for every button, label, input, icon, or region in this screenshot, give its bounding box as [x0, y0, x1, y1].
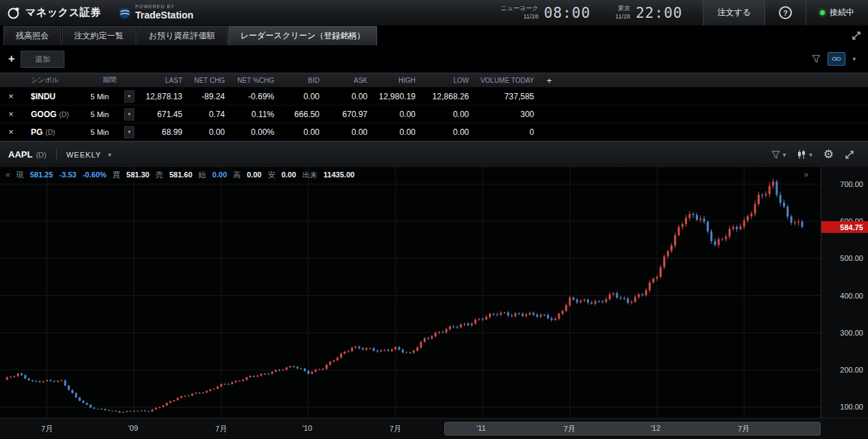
- price-axis[interactable]: 700.00600.00500.00400.00300.00200.00100.…: [821, 167, 868, 418]
- cell-volume_today: 0: [474, 127, 540, 137]
- candlestick-chart[interactable]: [0, 167, 821, 418]
- add-column-button[interactable]: +: [540, 75, 559, 86]
- clock-time: 08:00: [544, 5, 590, 21]
- column-header-net_pct_chg[interactable]: NET %CHG: [230, 77, 280, 84]
- last-price-tag: 584.75: [821, 221, 868, 233]
- cell-last: 68.99: [136, 127, 188, 137]
- link-icon: [832, 55, 841, 62]
- help-button[interactable]: ?: [779, 6, 792, 19]
- column-header-bid[interactable]: BID: [280, 77, 325, 84]
- column-header-period[interactable]: 期間: [84, 75, 136, 85]
- cell-volume_today: 737,585: [474, 92, 540, 101]
- dropdown-icon: ▾: [783, 151, 786, 158]
- link-windows-button[interactable]: [828, 52, 845, 66]
- time-axis: 7月'097月'107月'117月'127月: [0, 418, 868, 439]
- chart-scrollbar-thumb[interactable]: [444, 422, 821, 436]
- trading-app: マネックス証券 POWERED BY TradeStation ニューヨーク 1…: [0, 0, 868, 439]
- close-row-button[interactable]: ×: [8, 91, 14, 101]
- chart-symbol[interactable]: AAPL: [8, 149, 32, 160]
- symbol-cell[interactable]: GOOG(D): [22, 110, 84, 119]
- radar-toolbar: + 追加 ▾: [0, 45, 868, 73]
- quote-value: -0.60%: [82, 171, 106, 179]
- quote-label: 出来: [302, 170, 317, 180]
- order-button[interactable]: 注文する: [703, 0, 764, 25]
- add-symbol-icon[interactable]: +: [8, 53, 14, 65]
- tab-bar: 残高照会注文約定一覧お預り資産評価額レーダースクリーン（登録銘柄）: [0, 26, 868, 45]
- column-header-high[interactable]: HIGH: [373, 77, 421, 84]
- quote-label: 始: [199, 170, 206, 180]
- quote-bar: « 現581.25-3.53-0.60%買581.30売581.60始0.00高…: [0, 167, 821, 182]
- cell-net_pct_chg: 0.11%: [230, 110, 280, 119]
- tab-2[interactable]: お預り資産評価額: [136, 26, 228, 45]
- period-cell: 5 Min▾: [84, 90, 136, 103]
- column-header-last[interactable]: LAST: [136, 77, 188, 84]
- cell-high: 0.00: [373, 127, 421, 137]
- y-axis-label: 100.00: [840, 403, 863, 411]
- chart-header: AAPL (D) WEEKLY ▾ ▾ ▾ ⚙: [0, 141, 868, 167]
- period-cell: 5 Min▾: [84, 126, 136, 138]
- filter-icon[interactable]: [812, 55, 821, 63]
- period-dropdown[interactable]: ▾: [124, 126, 134, 138]
- radar-table-header: シンボル期間LASTNET CHGNET %CHGBIDASKHIGHLOWVO…: [0, 73, 868, 88]
- column-header-volume_today[interactable]: VOLUME TODAY: [474, 77, 540, 84]
- column-header-symbol[interactable]: シンボル: [22, 75, 84, 85]
- column-header-net_chg[interactable]: NET CHG: [188, 77, 230, 84]
- cell-volume_today: 300: [474, 110, 540, 119]
- scroll-to-end-icon[interactable]: »: [804, 170, 808, 179]
- settings-gear-icon[interactable]: ⚙: [823, 149, 834, 160]
- column-header-ask[interactable]: ASK: [325, 77, 373, 84]
- quote-label: 売: [156, 170, 163, 180]
- x-axis-label: '09: [128, 424, 138, 432]
- clock-tokyo: 東京 11/28 22:00: [615, 5, 682, 21]
- clock-city: 東京: [618, 5, 630, 13]
- cell-ask: 670.97: [325, 110, 373, 119]
- tab-3[interactable]: レーダースクリーン（登録銘柄）: [228, 26, 378, 45]
- chart-interval[interactable]: WEEKLY: [67, 151, 101, 159]
- expand-workspace-button[interactable]: [852, 26, 868, 45]
- x-axis-label: '11: [477, 424, 486, 432]
- quote-value: 581.60: [169, 171, 193, 179]
- chart-filter-button[interactable]: ▾: [771, 151, 786, 159]
- quote-value: -3.53: [59, 171, 76, 179]
- close-row-button[interactable]: ×: [8, 109, 14, 119]
- brand-title: マネックス証券: [25, 6, 101, 19]
- symbol-label: PG: [31, 127, 43, 137]
- cell-net_pct_chg: -0.69%: [230, 92, 280, 101]
- quote-value: 581.30: [126, 171, 149, 179]
- table-row[interactable]: ×$INDU5 Min▾12,878.13-89.24-0.69%0.000.0…: [0, 88, 868, 105]
- tab-1[interactable]: 注文約定一覧: [62, 26, 136, 45]
- symbol-cell[interactable]: PG(D): [22, 127, 84, 137]
- link-dropdown-icon[interactable]: ▾: [852, 55, 856, 62]
- scroll-to-start-icon[interactable]: «: [5, 170, 10, 179]
- close-row-button[interactable]: ×: [8, 127, 14, 137]
- chart-plot[interactable]: « 現581.25-3.53-0.60%買581.30売581.60始0.00高…: [0, 167, 821, 418]
- cell-last: 671.45: [136, 110, 188, 119]
- x-axis-label: '12: [651, 424, 660, 432]
- connection-status[interactable]: 接続中: [806, 0, 868, 25]
- clock-newyork: ニューヨーク 11/28 08:00: [501, 5, 590, 21]
- cell-last: 12,878.13: [136, 92, 188, 101]
- symbol-cell[interactable]: $INDU: [22, 92, 84, 101]
- period-dropdown[interactable]: ▾: [124, 108, 134, 121]
- clock-date: 11/28: [523, 13, 538, 21]
- x-axis-label: 7月: [41, 424, 53, 434]
- column-header-low[interactable]: LOW: [421, 77, 474, 84]
- cell-net_pct_chg: 0.00%: [230, 127, 280, 137]
- interval-dropdown-icon[interactable]: ▾: [108, 151, 112, 158]
- quote-value: 0.00: [213, 171, 227, 179]
- add-symbol-button[interactable]: 追加: [21, 51, 64, 68]
- expand-icon: [852, 31, 861, 40]
- radar-table-body: ×$INDU5 Min▾12,878.13-89.24-0.69%0.000.0…: [0, 88, 868, 141]
- powered-by-label: POWERED BY: [135, 4, 193, 10]
- connection-label: 接続中: [830, 7, 854, 18]
- table-row[interactable]: ×GOOG(D)5 Min▾671.450.740.11%666.50670.9…: [0, 105, 868, 123]
- chart-style-button[interactable]: ▾: [797, 150, 812, 159]
- table-row[interactable]: ×PG(D)5 Min▾68.990.000.00%0.000.000.000.…: [0, 123, 868, 141]
- connection-dot-icon: [820, 10, 825, 15]
- cell-bid: 666.50: [280, 110, 325, 119]
- chart-symbol-suffix: (D): [36, 151, 46, 159]
- expand-chart-icon[interactable]: [845, 150, 854, 160]
- filter-icon: [771, 151, 780, 159]
- period-dropdown[interactable]: ▾: [124, 90, 134, 103]
- tab-0[interactable]: 残高照会: [3, 26, 61, 45]
